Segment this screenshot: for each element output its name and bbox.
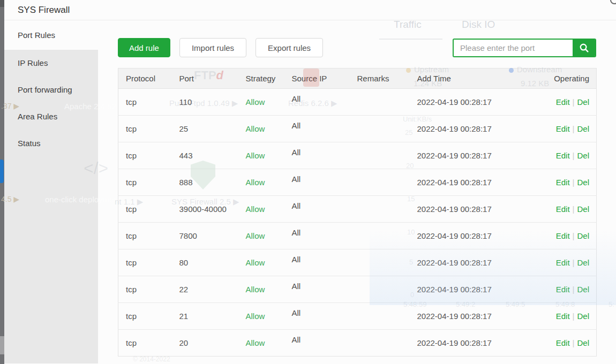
sidebar-item-area-rules[interactable]: Area Rules — [4, 103, 98, 130]
edit-link[interactable]: Edit — [556, 285, 570, 294]
cell-strategy: Allow — [238, 330, 284, 357]
cell-add-time: 2022-04-19 00:28:17 — [410, 196, 543, 223]
export-rules-button[interactable]: Export rules — [256, 38, 323, 57]
port-rules-table: Protocol Port Strategy Source IP Remarks… — [118, 68, 597, 357]
cell-source-ip: All — [284, 249, 350, 276]
cell-source-ip: All — [284, 169, 350, 196]
cell-operating: Edit|Del — [543, 142, 597, 169]
cell-protocol: tcp — [118, 116, 172, 142]
background-nav-top — [0, 0, 4, 7]
cell-strategy: Allow — [238, 89, 284, 116]
search-button[interactable] — [573, 40, 595, 56]
del-link[interactable]: Del — [577, 285, 589, 294]
cell-remarks — [350, 223, 410, 249]
col-add-time: Add Time — [410, 69, 543, 89]
sidebar-item-ip-rules[interactable]: IP Rules — [4, 50, 98, 77]
add-rule-button[interactable]: Add rule — [118, 38, 170, 57]
edit-link[interactable]: Edit — [556, 178, 570, 187]
edit-link[interactable]: Edit — [556, 151, 570, 160]
cell-port: 443 — [172, 142, 238, 169]
cell-source-ip: All — [284, 223, 350, 249]
edit-link[interactable]: Edit — [556, 338, 570, 347]
edit-link[interactable]: Edit — [556, 204, 570, 214]
del-link[interactable]: Del — [577, 312, 589, 321]
cell-protocol: tcp — [118, 303, 172, 330]
table-row: tcp 39000-40000 Allow All 2022-04-19 00:… — [118, 196, 597, 223]
cell-operating: Edit|Del — [543, 223, 597, 249]
magnifier-icon — [579, 43, 589, 53]
cell-protocol: tcp — [118, 196, 172, 223]
cell-remarks — [350, 330, 410, 357]
del-link[interactable]: Del — [577, 97, 589, 107]
cell-port: 20 — [172, 330, 238, 357]
cell-source-ip: All — [284, 89, 350, 116]
cell-add-time: 2022-04-19 00:28:17 — [410, 249, 543, 276]
table-row: tcp 21 Allow All 2022-04-19 00:28:17 Edi… — [118, 303, 597, 330]
table-row: tcp 7800 Allow All 2022-04-19 00:28:17 E… — [118, 223, 597, 249]
edit-link[interactable]: Edit — [556, 124, 570, 133]
dialog-sidebar: Port Rules IP Rules Port forwarding Area… — [4, 20, 98, 363]
cell-port: 888 — [172, 169, 238, 196]
col-strategy: Strategy — [238, 69, 284, 89]
cell-strategy: Allow — [238, 169, 284, 196]
del-link[interactable]: Del — [577, 124, 589, 133]
cell-port: 110 — [172, 89, 238, 116]
edit-link[interactable]: Edit — [556, 97, 570, 107]
del-link[interactable]: Del — [577, 338, 589, 347]
sidebar-item-status[interactable]: Status — [4, 130, 98, 157]
operation-separator: | — [573, 312, 575, 321]
del-link[interactable]: Del — [577, 151, 589, 160]
table-row: tcp 22 Allow All 2022-04-19 00:28:17 Edi… — [118, 276, 597, 303]
cell-strategy: Allow — [238, 303, 284, 330]
firewall-dialog: SYS Firewall Port Rules IP Rules Port fo… — [4, 0, 616, 364]
edit-link[interactable]: Edit — [556, 231, 570, 240]
cell-add-time: 2022-04-19 00:28:17 — [410, 169, 543, 196]
cell-protocol: tcp — [118, 142, 172, 169]
cell-remarks — [350, 249, 410, 276]
cell-protocol: tcp — [118, 276, 172, 303]
table-row: tcp 110 Allow All 2022-04-19 00:28:17 Ed… — [118, 89, 597, 116]
sidebar-item-port-forwarding[interactable]: Port forwarding — [4, 77, 98, 103]
cell-add-time: 2022-04-19 00:28:17 — [410, 330, 543, 357]
background-left-nav — [0, 0, 4, 364]
edit-link[interactable]: Edit — [556, 312, 570, 321]
del-link[interactable]: Del — [577, 258, 589, 267]
col-remarks: Remarks — [350, 69, 410, 89]
cell-strategy: Allow — [238, 276, 284, 303]
cell-port: 21 — [172, 303, 238, 330]
cell-add-time: 2022-04-19 00:28:17 — [410, 303, 543, 330]
rules-table-wrap: Protocol Port Strategy Source IP Remarks… — [118, 68, 597, 357]
del-link[interactable]: Del — [577, 204, 589, 214]
sidebar-item-port-rules[interactable]: Port Rules — [4, 20, 98, 50]
cell-port: 39000-40000 — [172, 196, 238, 223]
cell-operating: Edit|Del — [543, 89, 597, 116]
cell-source-ip: All — [284, 276, 350, 303]
cell-add-time: 2022-04-19 00:28:17 — [410, 276, 543, 303]
col-operating: Operating — [543, 69, 597, 89]
cell-port: 25 — [172, 116, 238, 142]
operation-separator: | — [573, 258, 575, 267]
import-rules-button[interactable]: Import rules — [179, 38, 246, 57]
background-nav-active-item — [0, 160, 4, 183]
cell-source-ip: All — [284, 116, 350, 142]
cell-protocol: tcp — [118, 249, 172, 276]
background-nav-scroll-thumb — [0, 336, 4, 354]
cell-add-time: 2022-04-19 00:28:17 — [410, 89, 543, 116]
cell-operating: Edit|Del — [543, 116, 597, 142]
col-port: Port — [172, 69, 238, 89]
operation-separator: | — [573, 231, 575, 240]
cell-strategy: Allow — [238, 249, 284, 276]
toolbar: Add rule Import rules Export rules — [118, 38, 596, 57]
port-search-input[interactable] — [454, 40, 573, 56]
port-search-group — [453, 39, 596, 57]
del-link[interactable]: Del — [577, 178, 589, 187]
cell-source-ip: All — [284, 196, 350, 223]
cell-source-ip: All — [284, 330, 350, 357]
cell-source-ip: All — [284, 303, 350, 330]
cell-protocol: tcp — [118, 169, 172, 196]
edit-link[interactable]: Edit — [556, 258, 570, 267]
cell-operating: Edit|Del — [543, 249, 597, 276]
cell-remarks — [350, 169, 410, 196]
dialog-main: Add rule Import rules Export rules — [98, 20, 616, 363]
del-link[interactable]: Del — [577, 231, 589, 240]
